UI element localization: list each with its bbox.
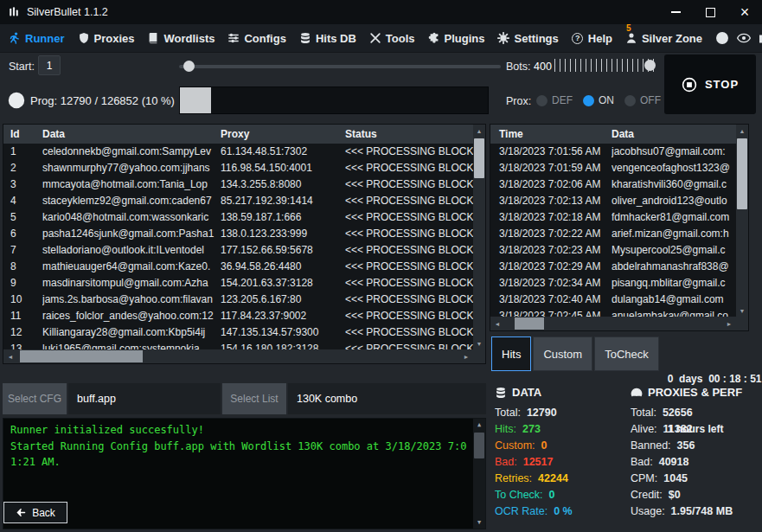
scrollbar-thumb[interactable]	[515, 317, 544, 330]
results-row[interactable]: 1 celedonnekb@gmail.com:SampyLev 61.134.…	[3, 144, 473, 160]
cell-status: <<< PROCESSING BLOCK	[345, 176, 473, 193]
slider-thumb[interactable]	[183, 61, 195, 72]
nav-item-configs[interactable]: Configs	[227, 32, 285, 45]
nav-item-hits-db[interactable]: Hits DB	[299, 32, 356, 45]
stat-row: Banned:356	[631, 438, 760, 454]
stop-button[interactable]: STOP	[664, 54, 756, 114]
tab[interactable]: Hits	[491, 337, 531, 371]
results-row[interactable]: 10 jams.2s.barbosa@yahoo.com:filavan 123…	[3, 292, 473, 308]
results-row[interactable]: 7 stelladoriano@outlook.it:ILventodel 17…	[3, 242, 473, 259]
scrollbar-track[interactable]	[17, 349, 459, 363]
scroll-up-icon[interactable]: ▲	[473, 419, 485, 431]
hit-row[interactable]: 3/18/2023 7:02:23 AM Mysupercool25@gmail…	[490, 242, 736, 259]
back-button[interactable]: Back	[3, 502, 67, 523]
hit-row[interactable]: 3/18/2023 7:01:56 AM jacobhsu07@gmail.co…	[490, 144, 736, 160]
scrollbar-thumb[interactable]	[20, 350, 143, 362]
column-header-proxy[interactable]: Proxy	[221, 125, 345, 144]
scrollbar-track[interactable]	[473, 137, 485, 337]
column-header-data[interactable]: Data	[612, 125, 736, 144]
column-header-status[interactable]: Status	[345, 125, 473, 144]
cell-status: <<< PROCESSING BLOCK	[345, 308, 473, 324]
results-row[interactable]: 8 mathieuauger64@gmail.com:Kaze0. 36.94.…	[3, 259, 473, 275]
hit-row[interactable]: 3/18/2023 7:02:29 AM abdelrahmanashraf83…	[490, 259, 736, 275]
scroll-up-icon[interactable]: ▲	[473, 125, 485, 137]
results-vertical-scrollbar[interactable]: ▲ ▼	[473, 125, 485, 349]
scroll-left-icon[interactable]: ◄	[490, 317, 504, 330]
results-row[interactable]: 3 mmcayota@hotmail.com:Tania_Lop 134.3.2…	[3, 176, 473, 193]
results-row[interactable]: 5 kario048@hotmail.com:wassonkaric 138.5…	[3, 209, 473, 226]
nav-item-tools[interactable]: Tools	[369, 32, 415, 45]
select-cfg-button[interactable]: Select CFG	[3, 383, 67, 414]
hits-vertical-scrollbar[interactable]: ▲ ▼	[736, 125, 748, 317]
results-row[interactable]: 11 raices_folclor_andes@yahoo.com:12 117…	[3, 308, 473, 324]
config-name-input[interactable]	[68, 383, 221, 414]
scrollbar-track[interactable]	[504, 317, 722, 330]
tab[interactable]: Custom	[533, 337, 592, 371]
scroll-right-icon[interactable]: ►	[459, 349, 473, 363]
eye-icon[interactable]	[737, 31, 751, 45]
scroll-down-icon[interactable]: ▼	[473, 337, 485, 349]
maximize-button[interactable]	[693, 0, 727, 24]
cell-data: staceyklemz92@gmail.com:caden67	[42, 193, 221, 209]
hit-row[interactable]: 3/18/2023 7:02:18 AM fdmhacker81@gmail.c…	[490, 209, 736, 226]
cell-data: stelladoriano@outlook.it:ILventodel	[42, 242, 221, 259]
results-row[interactable]: 12 Killiangaray28@gmail.com:Kbp5i4ij 147…	[3, 324, 473, 341]
proxy-mode-option[interactable]: OFF	[624, 94, 661, 106]
hit-row[interactable]: 3/18/2023 7:02:22 AM arief.mizan@gmail.c…	[490, 226, 736, 242]
scrollbar-thumb[interactable]	[474, 433, 484, 458]
scrollbar-track[interactable]	[473, 431, 485, 516]
scrollbar-thumb[interactable]	[737, 138, 747, 209]
hit-row[interactable]: 3/18/2023 7:02:40 AM dulangab14@gmail.co…	[490, 292, 736, 308]
stat-value: 42244	[538, 472, 568, 484]
proxy-mode-option[interactable]: DEF	[536, 94, 573, 106]
column-header-id[interactable]: Id	[3, 125, 42, 144]
results-row[interactable]: 9 masdinarsitompul@gmail.com:Azha 154.20…	[3, 275, 473, 292]
scroll-up-icon[interactable]: ▲	[736, 125, 748, 137]
nav-item-settings[interactable]: Settings	[497, 32, 558, 45]
nav-item-help[interactable]: ? Help	[572, 32, 612, 45]
bots-slider[interactable]	[554, 54, 658, 78]
stat-row: Bad:12517	[495, 454, 624, 471]
wordlist-name-input[interactable]	[288, 383, 486, 414]
nav-item-silver-zone[interactable]: 5 Silver Zone	[625, 32, 702, 45]
hit-row[interactable]: 3/18/2023 7:02:45 AM anuelambakay@gmail.…	[490, 308, 736, 317]
results-row[interactable]: 4 staceyklemz92@gmail.com:caden67 85.217…	[3, 193, 473, 209]
history-icon[interactable]	[715, 31, 729, 45]
cell-id: 4	[3, 193, 42, 209]
hit-row[interactable]: 3/18/2023 7:02:06 AM kharatishvili360@gm…	[490, 176, 736, 193]
scroll-left-icon[interactable]: ◄	[3, 349, 17, 363]
results-row[interactable]: 13 luki1965@gmail.com:systemnokia 154.16…	[3, 341, 473, 349]
hits-horizontal-scrollbar[interactable]: ◄ ►	[490, 317, 736, 330]
nav-item-runner[interactable]: Runner	[9, 32, 65, 45]
results-row[interactable]: 2 shawnmurphy77@yahoo.com:jjhans 116.98.…	[3, 160, 473, 176]
cell-data: pisangq.mblitar@gmail.c	[612, 275, 736, 292]
column-header-time[interactable]: Time	[490, 125, 612, 144]
slider-thumb[interactable]	[644, 60, 656, 71]
scroll-right-icon[interactable]: ►	[722, 317, 736, 330]
start-input[interactable]	[38, 55, 61, 75]
nav-item-proxies[interactable]: Proxies	[78, 32, 135, 45]
results-horizontal-scrollbar[interactable]: ◄ ►	[3, 349, 473, 363]
camera-icon[interactable]	[759, 31, 762, 45]
scroll-down-icon[interactable]: ▼	[473, 516, 485, 529]
close-button[interactable]: ×	[727, 0, 762, 24]
scrollbar-thumb[interactable]	[474, 138, 484, 178]
log-scrollbar[interactable]: ▲ ▼	[473, 419, 485, 529]
proxy-mode-option[interactable]: ON	[583, 94, 614, 106]
results-row[interactable]: 6 pasha1246sjunk@gmail.com:Pasha1 138.0.…	[3, 226, 473, 242]
minimize-button[interactable]	[658, 0, 693, 24]
start-slider[interactable]	[179, 60, 501, 74]
plugin-icon	[428, 32, 440, 44]
tab[interactable]: ToCheck	[594, 337, 659, 371]
nav-item-wordlists[interactable]: Wordlists	[147, 32, 215, 45]
nav-item-plugins[interactable]: Plugins	[428, 32, 485, 45]
hit-row[interactable]: 3/18/2023 7:02:13 AM oliver_android123@o…	[490, 193, 736, 209]
radio-icon	[583, 95, 594, 106]
scrollbar-track[interactable]	[736, 137, 748, 304]
hit-row[interactable]: 3/18/2023 7:02:34 AM pisangq.mblitar@gma…	[490, 275, 736, 292]
hit-row[interactable]: 3/18/2023 7:01:59 AM vengenceofaghost132…	[490, 160, 736, 176]
scroll-down-icon[interactable]: ▼	[736, 304, 748, 317]
select-list-button[interactable]: Select List	[222, 383, 286, 414]
column-header-data[interactable]: Data	[42, 125, 221, 144]
cell-id: 13	[3, 341, 42, 349]
